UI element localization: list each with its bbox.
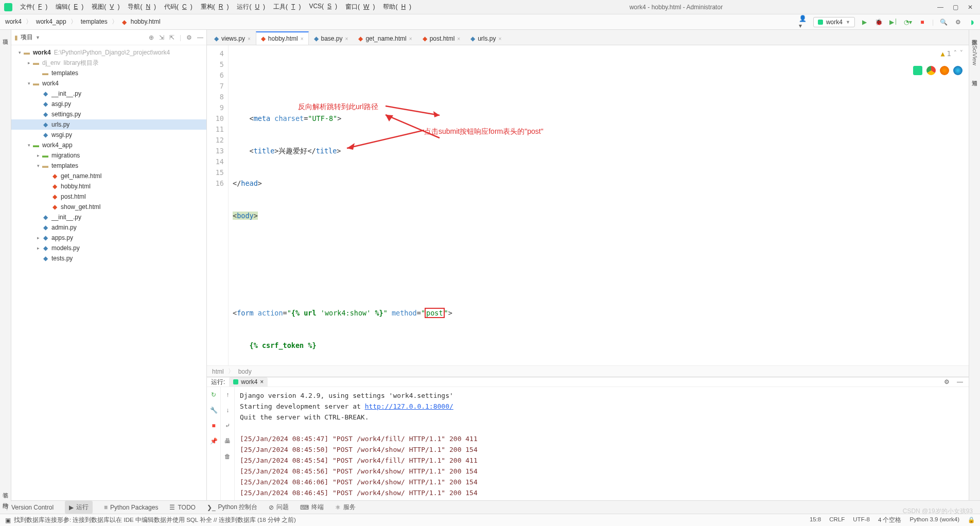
- scroll-up-button[interactable]: ↑: [223, 390, 232, 399]
- profile-button[interactable]: ◔▾: [903, 17, 913, 27]
- close-tab-icon[interactable]: ×: [409, 36, 412, 42]
- jetbrains-ai-icon[interactable]: ◗: [968, 17, 977, 27]
- breadcrumb-item[interactable]: body: [238, 368, 252, 375]
- prev-highlight-icon[interactable]: ˆ: [953, 48, 957, 59]
- project-tree[interactable]: ▾▬work4 E:\Python\Python_Django\2_projec…: [11, 45, 206, 500]
- editor-tab[interactable]: ◆base.py ×: [309, 32, 354, 45]
- tree-node[interactable]: ◆show_get.html: [11, 202, 206, 212]
- tree-node[interactable]: ▸▬dj_env library根目录: [11, 58, 206, 68]
- menu-item[interactable]: 窗口(W): [342, 1, 378, 13]
- console-line[interactable]: Quit the server with CTRL-BREAK.: [240, 412, 964, 423]
- bottom-tool-tab[interactable]: ▶运行: [65, 501, 93, 514]
- console-line[interactable]: [25/Jan/2024 08:45:54] "POST /work4/fill…: [240, 455, 964, 466]
- tree-node[interactable]: ▾▬work4_app: [11, 140, 206, 150]
- tree-node[interactable]: ▸◆models.py: [11, 243, 206, 253]
- code-line[interactable]: [233, 275, 965, 286]
- breadcrumb-item[interactable]: ◆hobby.html: [120, 17, 163, 27]
- hide-panel-icon[interactable]: —: [197, 34, 203, 41]
- settings-button[interactable]: ⚙: [953, 17, 962, 27]
- bottom-tool-tab[interactable]: ⌨终端: [300, 503, 324, 512]
- pin-tab-button[interactable]: 📌: [209, 436, 218, 446]
- run-tab[interactable]: work4 ×: [229, 377, 268, 387]
- maximize-button[interactable]: ▢: [953, 4, 958, 11]
- menu-item[interactable]: 运行(U): [233, 1, 269, 13]
- next-highlight-icon[interactable]: ˇ: [959, 48, 964, 59]
- breadcrumb-item[interactable]: work4: [3, 17, 24, 26]
- menu-item[interactable]: VCS(S): [305, 1, 341, 13]
- bottom-tool-tab[interactable]: ☰TODO: [169, 504, 195, 511]
- panel-settings-icon[interactable]: ⚙: [942, 377, 951, 387]
- caret-position[interactable]: 15:8: [810, 516, 821, 524]
- inspection-summary[interactable]: ▲ 1 ˆ ˇ: [940, 48, 964, 59]
- menu-item[interactable]: 工具(T): [270, 1, 304, 13]
- run-config-selector[interactable]: work4 ▼: [813, 17, 855, 27]
- editor[interactable]: 45678910111213141516 ▲ 1 ˆ ˇ: [207, 45, 969, 365]
- pycharm-preview-icon[interactable]: [913, 66, 922, 75]
- file-encoding[interactable]: UTF-8: [853, 516, 870, 524]
- tree-node[interactable]: ◆__init__.py: [11, 89, 206, 99]
- console-line[interactable]: [25/Jan/2024 08:45:56] "POST /work4/show…: [240, 466, 964, 477]
- tree-node[interactable]: ◆asgi.py: [11, 99, 206, 109]
- stop-run-button[interactable]: ■: [209, 421, 218, 430]
- edge-icon[interactable]: [953, 66, 962, 75]
- menu-item[interactable]: 帮助(H): [379, 1, 415, 13]
- code-line[interactable]: </head>: [233, 178, 965, 189]
- tree-node[interactable]: ◆hobby.html: [11, 181, 206, 191]
- editor-tab[interactable]: ◆hobby.html ×: [256, 31, 309, 45]
- menu-item[interactable]: 视图(V): [88, 1, 123, 13]
- run-coverage-button[interactable]: ▶￨: [889, 17, 898, 27]
- stop-button[interactable]: ■: [918, 17, 927, 27]
- close-tab-icon[interactable]: ×: [345, 36, 348, 42]
- close-tab-icon[interactable]: ×: [260, 378, 264, 385]
- code-line[interactable]: <meta charset="UTF-8">: [233, 113, 965, 124]
- tree-node[interactable]: ◆urls.py: [11, 119, 206, 130]
- clear-console-button[interactable]: 🗑: [223, 452, 232, 461]
- editor-tab[interactable]: ◆post.html ×: [417, 32, 466, 45]
- line-separator[interactable]: CRLF: [829, 516, 845, 524]
- user-icon[interactable]: 👤▾: [799, 17, 808, 27]
- firefox-icon[interactable]: [940, 66, 949, 75]
- tree-node[interactable]: ◆get_name.html: [11, 171, 206, 181]
- tree-node[interactable]: ▸◆apps.py: [11, 233, 206, 243]
- console-line[interactable]: Starting development server at http://12…: [240, 401, 964, 412]
- editor-tab[interactable]: ◆get_name.html ×: [353, 32, 417, 45]
- code-line[interactable]: <title>兴趣爱好</title>: [233, 146, 965, 156]
- breadcrumb-item[interactable]: templates: [79, 17, 110, 26]
- tree-node[interactable]: ◆settings.py: [11, 109, 206, 119]
- chrome-icon[interactable]: [926, 66, 936, 75]
- bottom-tool-tab[interactable]: ⚛服务: [335, 503, 356, 512]
- project-view-selector[interactable]: ▮ 项目 ▼: [14, 33, 40, 42]
- close-tab-icon[interactable]: ×: [499, 36, 502, 42]
- editor-tab[interactable]: ◆urls.py ×: [465, 32, 506, 45]
- bottom-tool-tab[interactable]: ❯_Python 控制台: [207, 503, 257, 512]
- menu-item[interactable]: 文件(F): [16, 1, 51, 13]
- tree-node[interactable]: ▸▬migrations: [11, 150, 206, 161]
- run-button[interactable]: ▶: [860, 17, 869, 27]
- bottom-tool-tab[interactable]: ⊘问题: [269, 503, 289, 512]
- code-line[interactable]: <body>: [233, 211, 965, 221]
- soft-wrap-button[interactable]: ⤶: [223, 421, 232, 430]
- panel-settings-icon[interactable]: ⚙: [186, 34, 192, 41]
- code-line[interactable]: {% csrf_token %}: [233, 340, 965, 351]
- console-line[interactable]: [25/Jan/2024 08:46:06] "POST /work4/show…: [240, 477, 964, 487]
- scroll-down-button[interactable]: ↓: [223, 406, 232, 415]
- bottom-tool-tab[interactable]: ≡Python Packages: [104, 504, 158, 511]
- tree-node[interactable]: ◆post.html: [11, 191, 206, 202]
- rerun-button[interactable]: ↻: [209, 390, 218, 399]
- close-tab-icon[interactable]: ×: [301, 36, 304, 42]
- close-tab-icon[interactable]: ×: [457, 36, 460, 42]
- edit-config-button[interactable]: 🔧: [209, 406, 218, 415]
- close-tab-icon[interactable]: ×: [248, 36, 251, 42]
- console-line[interactable]: [25/Jan/2024 08:45:47] "POST /work4/fill…: [240, 433, 964, 444]
- tree-node[interactable]: ▾▬templates: [11, 161, 206, 171]
- menu-item[interactable]: 导航(N): [124, 1, 160, 13]
- console-line[interactable]: [25/Jan/2024 08:46:45] "POST /work4/show…: [240, 487, 964, 498]
- editor-breadcrumbs[interactable]: html 〉 body: [207, 365, 969, 377]
- tree-node[interactable]: ◆tests.py: [11, 253, 206, 264]
- code-line[interactable]: [233, 243, 965, 254]
- tree-node[interactable]: ◆admin.py: [11, 222, 206, 233]
- search-everywhere-button[interactable]: 🔍: [939, 17, 948, 27]
- console-line[interactable]: Django version 4.2.9, using settings 'wo…: [240, 390, 964, 401]
- menu-item[interactable]: 编辑(E): [52, 1, 87, 13]
- collapse-all-icon[interactable]: ⇱: [169, 34, 174, 41]
